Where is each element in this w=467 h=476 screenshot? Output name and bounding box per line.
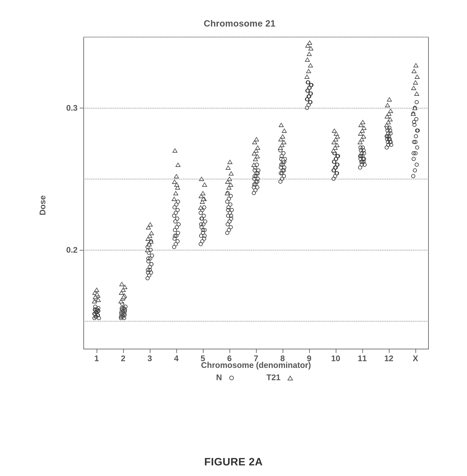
- data-point: [279, 163, 283, 167]
- data-point: [201, 197, 206, 201]
- data-point: [122, 285, 128, 289]
- data-point: [332, 160, 337, 164]
- data-point: [175, 163, 181, 167]
- data-point: [414, 134, 418, 138]
- data-point: [388, 140, 392, 144]
- data-point: [309, 91, 313, 96]
- data-point: [96, 298, 101, 302]
- data-point: [255, 163, 259, 167]
- data-point: [148, 222, 153, 226]
- data-point: [198, 194, 204, 198]
- data-point: [336, 154, 340, 158]
- data-point: [200, 191, 206, 195]
- data-point: [227, 228, 231, 232]
- data-point: [306, 89, 310, 93]
- data-point: [335, 163, 339, 167]
- data-point: [411, 86, 416, 90]
- data-point: [255, 145, 260, 150]
- data-point: [360, 120, 365, 124]
- data-point: [253, 148, 259, 153]
- data-point: [253, 168, 257, 172]
- data-point: [281, 151, 285, 155]
- data-point: [280, 157, 286, 161]
- data-point: [200, 208, 204, 212]
- data-point: [148, 265, 152, 269]
- data-point: [229, 214, 233, 218]
- data-point: [361, 134, 366, 138]
- data-point: [92, 316, 96, 320]
- data-point: [413, 63, 419, 67]
- data-point: [119, 312, 123, 316]
- data-point: [335, 171, 339, 175]
- data-point: [411, 174, 415, 178]
- data-point: [307, 51, 312, 56]
- x-axis-label: Chromosome (denominator): [83, 361, 429, 370]
- data-point: [360, 163, 364, 167]
- grid-line: [83, 321, 429, 322]
- data-point: [280, 171, 284, 175]
- data-point: [255, 154, 260, 158]
- data-point: [305, 57, 310, 62]
- data-point: [335, 154, 339, 158]
- data-point: [202, 205, 206, 209]
- data-point: [413, 80, 418, 85]
- data-point: [308, 86, 312, 90]
- data-point: [385, 134, 389, 138]
- data-point: [172, 237, 177, 241]
- data-point: [148, 268, 152, 272]
- data-point: [175, 216, 179, 221]
- data-point: [414, 140, 417, 144]
- data-point: [305, 43, 311, 48]
- triangle-icon: [286, 374, 294, 382]
- data-point: [225, 179, 230, 184]
- data-point: [280, 154, 284, 158]
- data-point: [388, 137, 392, 141]
- data-point: [149, 231, 154, 235]
- data-point: [121, 295, 126, 299]
- data-point: [278, 148, 283, 152]
- data-point: [202, 214, 206, 218]
- data-point: [334, 165, 338, 170]
- data-point: [385, 103, 390, 107]
- data-point: [203, 219, 207, 224]
- data-point: [201, 228, 205, 232]
- data-point: [415, 128, 419, 133]
- data-point: [202, 237, 206, 241]
- data-point: [230, 208, 234, 212]
- data-point: [229, 225, 233, 229]
- data-point: [333, 151, 337, 155]
- data-point: [227, 160, 233, 164]
- data-point: [333, 174, 337, 178]
- data-point: [175, 185, 180, 189]
- data-point: [306, 69, 311, 73]
- legend-item-t21-label: T21: [267, 373, 281, 382]
- data-point: [203, 234, 207, 238]
- data-point: [359, 160, 363, 164]
- plot-area: 0.20.3123456789101112X: [83, 37, 429, 349]
- data-point: [95, 310, 99, 314]
- data-point: [199, 222, 203, 226]
- data-point: [283, 157, 287, 161]
- data-point: [387, 126, 391, 130]
- data-point: [225, 231, 229, 235]
- data-point: [229, 194, 233, 198]
- data-point: [281, 140, 286, 144]
- data-point: [119, 316, 123, 320]
- data-point: [307, 94, 311, 99]
- data-point: [386, 143, 390, 147]
- data-point: [386, 131, 390, 136]
- data-point: [415, 100, 419, 104]
- data-point: [123, 307, 127, 312]
- data-point: [361, 125, 367, 130]
- data-point: [174, 182, 180, 187]
- data-point: [281, 163, 285, 167]
- data-point: [386, 120, 391, 124]
- data-point: [412, 151, 416, 155]
- data-point: [228, 211, 232, 215]
- data-point: [203, 228, 207, 232]
- legend: N T21: [83, 373, 429, 382]
- data-point: [305, 97, 309, 101]
- data-point: [121, 309, 125, 313]
- data-point: [226, 191, 230, 195]
- data-point: [361, 145, 365, 150]
